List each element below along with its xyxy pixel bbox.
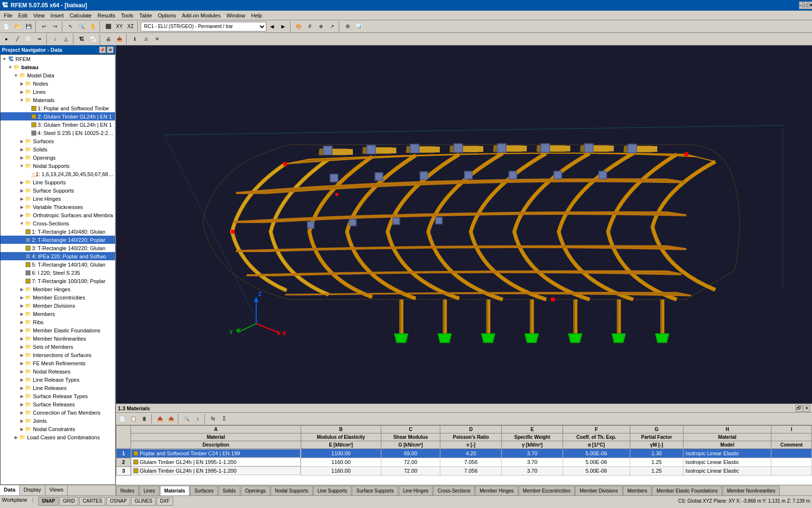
tree-item-solids[interactable]: ▶ 📁 Solids	[0, 145, 115, 153]
menu-addons[interactable]: Add-on Modules	[179, 12, 223, 19]
load-btn[interactable]: ↓	[50, 34, 60, 45]
tree-item-ns1[interactable]: △ 1: 1,6,19,24,28,30,45,50,67,68,72	[0, 170, 115, 178]
tree-item-model-data[interactable]: ▼ 📁 Model Data	[0, 71, 115, 79]
grid-button[interactable]: GRID	[59, 497, 78, 506]
tree-item-rfem[interactable]: ▼ 🏗 RFEM	[0, 55, 115, 63]
tab-member-hinges[interactable]: Member Hinges	[475, 486, 518, 495]
tree-item-surface-supports[interactable]: ▶ 📁 Surface Supports	[0, 186, 115, 194]
row2-desc[interactable]: Glulam Timber GL24h | EN 1995-1-1:200	[131, 458, 301, 466]
cartes-button[interactable]: CARTES	[79, 497, 105, 506]
row2-G[interactable]: 72.00	[381, 458, 440, 466]
close-button[interactable]: ✕	[809, 1, 812, 9]
prev-button[interactable]: ◀	[267, 21, 277, 32]
bottom-panel-close[interactable]: ✕	[803, 405, 810, 412]
save-button[interactable]: 💾	[23, 21, 34, 32]
render-btn[interactable]: 🎨	[293, 21, 304, 32]
tree-item-intersections[interactable]: ▶ 📁 Intersections of Surfaces	[0, 351, 115, 359]
tab-member-divisions[interactable]: Member Divisions	[575, 486, 622, 495]
tab-surfaces[interactable]: Surfaces	[190, 486, 218, 495]
tab-display[interactable]: Display	[20, 485, 45, 495]
row1-gamma[interactable]: 3.70	[502, 449, 563, 458]
row3-E[interactable]: 1160.00	[301, 466, 381, 475]
row1-G[interactable]: 69.00	[381, 449, 440, 458]
tab-nodes[interactable]: Nodes	[116, 486, 139, 495]
minimize-button[interactable]: ─	[799, 1, 803, 9]
node-btn[interactable]: ●	[1, 34, 12, 45]
menu-edit[interactable]: Edit	[15, 12, 30, 19]
menu-view[interactable]: View	[30, 12, 48, 19]
results-btn[interactable]: 📊	[353, 21, 364, 32]
tree-item-mat4[interactable]: 4: Steel S 235 | EN 10025-2:2004	[0, 129, 115, 137]
tree-item-member-nonlin[interactable]: ▶ 📁 Member Nonlinearities	[0, 334, 115, 343]
tree-item-load-cases[interactable]: ▶ 📁 Load Cases and Combinations	[0, 433, 115, 441]
error-btn[interactable]: ✕	[152, 34, 162, 45]
tree-item-nodal-constraints[interactable]: ▶ 📁 Nodal Constraints	[0, 425, 115, 433]
tree-item-surface-releases[interactable]: ▶ 📁 Surface Releases	[0, 400, 115, 408]
tab-openings[interactable]: Openings	[241, 486, 270, 495]
dxf-button[interactable]: DXF	[157, 497, 173, 506]
grid-btn[interactable]: #	[304, 21, 315, 32]
tree-item-member-hinges[interactable]: ▶ 📁 Member Hinges	[0, 285, 115, 293]
tree-item-cs4[interactable]: 4: IPEa 220; Poplar and Softwo	[0, 252, 115, 260]
display-model[interactable]: 🏗	[76, 34, 87, 45]
tree-item-cs2[interactable]: 2: T-Rectangle 140/220; Poplar	[0, 236, 115, 244]
tab-line-supports[interactable]: Line Supports	[313, 486, 352, 495]
tree-item-member-eccentricities[interactable]: ▶ 📁 Member Eccentricities	[0, 293, 115, 301]
row1-comment[interactable]	[771, 449, 812, 458]
tree-item-member-divisions[interactable]: ▶ 📁 Member Divisions	[0, 301, 115, 310]
tab-line-hinges[interactable]: Line Hinges	[399, 486, 433, 495]
row2-alpha[interactable]: 5.00E-06	[563, 458, 630, 466]
row1-desc[interactable]: Poplar and Softwood Timber C24 | EN 199	[131, 449, 301, 458]
tree-item-sets-of-members[interactable]: ▶ 📁 Sets of Members	[0, 343, 115, 351]
row2-E[interactable]: 1160.00	[301, 458, 381, 466]
redo-button[interactable]: ↪	[50, 21, 60, 32]
tree-item-nodal-releases[interactable]: ▶ 📁 Nodal Releases	[0, 367, 115, 375]
row1-model[interactable]: Isotropic Linear Elastic	[683, 449, 771, 458]
tree-item-mat3[interactable]: 3: Glulam Timber GL24h | EN 1	[0, 120, 115, 129]
row2-comment[interactable]	[771, 458, 812, 466]
undo-button[interactable]: ↩	[39, 21, 49, 32]
tab-member-nonlin[interactable]: Member Nonlinearities	[723, 486, 780, 495]
snap-button[interactable]: SNAP	[38, 497, 58, 506]
grid-new-row[interactable]: 📄	[117, 414, 128, 424]
tree-item-cs3[interactable]: 3: T-Rectangle 140/220; Glulan	[0, 244, 115, 252]
row1-nu[interactable]: 4.20	[440, 449, 502, 458]
row3-comment[interactable]	[771, 466, 812, 475]
tree-item-cs5[interactable]: 5: T-Rectangle 140/140; Glulan	[0, 260, 115, 269]
tab-data[interactable]: Data	[0, 485, 20, 495]
member-btn[interactable]: ━	[34, 34, 45, 45]
row3-gamma[interactable]: 3.70	[502, 466, 563, 475]
row1-alpha[interactable]: 5.00E-06	[563, 449, 630, 458]
tree-item-bateau[interactable]: ▼ 📁 bateau	[0, 63, 115, 71]
tree-item-nodes[interactable]: ▶ 📁 Nodes	[0, 79, 115, 88]
tree-item-line-hinges[interactable]: ▶ 📁 Line Hinges	[0, 194, 115, 203]
data-grid-container[interactable]: A B C D E F G H I Material Modulus	[116, 425, 812, 485]
row3-nu[interactable]: 7.056	[440, 466, 502, 475]
tab-solids[interactable]: Solids	[218, 486, 240, 495]
view-3d[interactable]: ⬛	[103, 21, 114, 32]
menu-results[interactable]: Results	[95, 12, 118, 19]
next-button[interactable]: ▶	[278, 21, 289, 32]
osnap-button[interactable]: OSNAP	[106, 497, 130, 506]
tab-member-eccentricities[interactable]: Member Eccentricities	[519, 486, 575, 495]
tree-item-members[interactable]: ▶ 📁 Members	[0, 310, 115, 318]
grid-delete[interactable]: 🗑	[139, 414, 150, 424]
load-case-combo[interactable]: RC1 - ELU (STR/GEO) - Permanent / trar	[141, 22, 266, 31]
export-btn[interactable]: 📤	[114, 34, 125, 45]
row2-gamma[interactable]: 3.70	[502, 458, 563, 466]
table-row[interactable]: 1 Poplar and Softwood Timber C24 | EN 19…	[116, 449, 812, 458]
view-xz[interactable]: XZ	[125, 21, 136, 32]
print-btn[interactable]: 🖨	[103, 34, 114, 45]
row2-partial[interactable]: 1.25	[630, 458, 683, 466]
tab-surface-supports[interactable]: Surface Supports	[352, 486, 398, 495]
tree-item-variable-thicknesses[interactable]: ▶ 📁 Variable Thicknesses	[0, 203, 115, 211]
surface-btn[interactable]: ⬜	[23, 34, 34, 45]
tree-item-nodal-supports[interactable]: ▼ 📁 Nodal Supports	[0, 162, 115, 170]
snap-btn[interactable]: ⊕	[316, 21, 326, 32]
new-button[interactable]: 📄	[1, 21, 12, 32]
tab-views[interactable]: Views	[45, 485, 68, 495]
menu-insert[interactable]: Insert	[47, 12, 67, 19]
display-results[interactable]: 📈	[87, 34, 98, 45]
grid-import[interactable]: 📥	[155, 414, 165, 424]
row1-partial[interactable]: 1.30	[630, 449, 683, 458]
